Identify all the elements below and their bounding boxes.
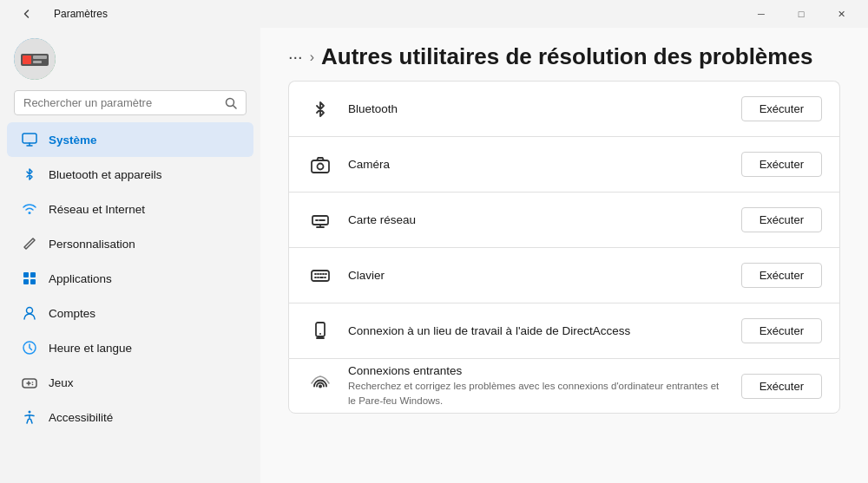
sidebar-item-comptes[interactable]: Comptes: [7, 296, 253, 330]
svg-line-6: [233, 105, 237, 108]
items-list: Bluetooth Exécuter Caméra Exécuter: [260, 81, 868, 428]
incoming-connections-icon: [306, 372, 334, 400]
avatar[interactable]: [14, 38, 56, 80]
clavier-run-button[interactable]: Exécuter: [741, 263, 822, 288]
connexion-travail-item-name: Connexion à un lieu de travail à l'aide …: [348, 324, 727, 337]
connexion-travail-item-info: Connexion à un lieu de travail à l'aide …: [348, 324, 727, 337]
svg-rect-19: [312, 160, 329, 173]
svg-rect-11: [23, 279, 29, 284]
connexions-entrantes-item-name: Connexions entrantes: [348, 364, 727, 377]
bluetooth-item-name: Bluetooth: [348, 102, 727, 115]
sidebar-item-perso-label: Personnalisation: [49, 238, 135, 251]
sidebar-item-heure-label: Heure et langue: [49, 342, 132, 355]
close-button[interactable]: ✕: [821, 0, 861, 28]
search-box[interactable]: [14, 90, 247, 115]
svg-rect-10: [30, 272, 36, 277]
page-header: ··· › Autres utilitaires de résolution d…: [260, 28, 868, 81]
carte-reseau-run-button[interactable]: Exécuter: [741, 207, 822, 232]
camera-run-button[interactable]: Exécuter: [741, 152, 822, 177]
svg-point-16: [32, 382, 34, 383]
sidebar-item-accessibilite-label: Accessibilité: [49, 411, 113, 424]
systeme-icon: [21, 131, 38, 148]
sidebar-item-systeme[interactable]: Système: [7, 122, 253, 157]
breadcrumb-dots[interactable]: ···: [288, 47, 303, 67]
search-input[interactable]: [23, 96, 218, 109]
page-title: Autres utilitaires de résolution des pro…: [321, 43, 812, 70]
table-row: Clavier Exécuter: [288, 247, 840, 303]
bluetooth-nav-icon: [21, 166, 38, 183]
camera-item-info: Caméra: [348, 158, 727, 171]
sidebar-item-systeme-label: Système: [49, 134, 97, 147]
connexions-entrantes-item-info: Connexions entrantes Recherchez et corri…: [348, 364, 727, 407]
bluetooth-item-info: Bluetooth: [348, 102, 727, 115]
perso-icon: [21, 235, 38, 252]
main-content: ··· › Autres utilitaires de résolution d…: [260, 28, 868, 483]
maximize-button[interactable]: □: [781, 0, 821, 28]
back-button[interactable]: [7, 0, 47, 28]
app-body: Système Bluetooth et appareils: [0, 28, 868, 483]
connexions-entrantes-run-button[interactable]: Exécuter: [741, 374, 822, 399]
search-icon: [225, 97, 237, 109]
table-row: Connexion à un lieu de travail à l'aide …: [288, 303, 840, 358]
sidebar-item-reseau[interactable]: Réseau et Internet: [7, 192, 253, 226]
svg-rect-2: [23, 55, 31, 64]
heure-icon: [21, 339, 38, 356]
connexions-entrantes-item-desc: Recherchez et corrigez les problèmes ave…: [348, 379, 727, 407]
svg-point-25: [319, 385, 322, 388]
nav-list: Système Bluetooth et appareils: [0, 122, 260, 434]
bluetooth-icon: [306, 95, 334, 123]
svg-point-8: [29, 212, 31, 214]
titlebar-left: Paramètres: [7, 0, 108, 28]
breadcrumb-chevron: ›: [310, 49, 314, 65]
svg-rect-9: [23, 272, 29, 277]
svg-rect-4: [33, 61, 42, 63]
sidebar-item-accessibilite[interactable]: Accessibilité: [7, 400, 253, 434]
table-row: Carte réseau Exécuter: [288, 192, 840, 247]
svg-point-20: [318, 163, 324, 169]
avatar-area: [0, 28, 260, 87]
sidebar-item-bluetooth-label: Bluetooth et appareils: [49, 168, 162, 181]
sidebar-item-reseau-label: Réseau et Internet: [49, 203, 145, 216]
svg-rect-3: [33, 55, 47, 59]
sidebar-item-applications-label: Applications: [49, 272, 112, 285]
carte-reseau-item-name: Carte réseau: [348, 213, 727, 226]
sidebar-item-jeux[interactable]: Jeux: [7, 365, 253, 400]
carte-reseau-item-info: Carte réseau: [348, 213, 727, 226]
bluetooth-run-button[interactable]: Exécuter: [741, 96, 822, 121]
clavier-item-name: Clavier: [348, 269, 727, 282]
sidebar-item-jeux-label: Jeux: [49, 376, 74, 389]
svg-point-18: [29, 411, 31, 414]
titlebar: Paramètres ─ □ ✕: [0, 0, 868, 28]
network-card-icon: [306, 206, 334, 234]
comptes-icon: [21, 304, 38, 322]
camera-icon: [306, 151, 334, 179]
sidebar-item-bluetooth[interactable]: Bluetooth et appareils: [7, 157, 253, 192]
camera-item-name: Caméra: [348, 158, 727, 171]
svg-rect-22: [312, 271, 329, 281]
sidebar-item-heure[interactable]: Heure et langue: [7, 330, 253, 365]
keyboard-icon: [306, 262, 334, 290]
svg-rect-7: [23, 134, 36, 143]
reseau-icon: [21, 200, 38, 218]
sidebar-item-comptes-label: Comptes: [49, 307, 95, 320]
table-row: Bluetooth Exécuter: [288, 81, 840, 136]
connexion-travail-run-button[interactable]: Exécuter: [741, 318, 822, 343]
applications-icon: [21, 270, 38, 287]
avatar-image: [14, 38, 56, 80]
sidebar-item-perso[interactable]: Personnalisation: [7, 226, 253, 261]
sidebar: Système Bluetooth et appareils: [0, 28, 260, 483]
titlebar-title: Paramètres: [54, 8, 108, 20]
svg-point-24: [319, 333, 321, 335]
directaccess-icon: [306, 317, 334, 345]
accessibilite-icon: [21, 408, 38, 426]
clavier-item-info: Clavier: [348, 269, 727, 282]
sidebar-item-applications[interactable]: Applications: [7, 261, 253, 296]
svg-point-13: [27, 308, 33, 314]
table-row: Caméra Exécuter: [288, 136, 840, 192]
svg-rect-12: [30, 279, 36, 284]
jeux-icon: [21, 374, 38, 391]
table-row: Connexions entrantes Recherchez et corri…: [288, 358, 840, 414]
svg-point-17: [32, 384, 34, 386]
minimize-button[interactable]: ─: [741, 0, 781, 28]
titlebar-controls: ─ □ ✕: [741, 0, 861, 28]
